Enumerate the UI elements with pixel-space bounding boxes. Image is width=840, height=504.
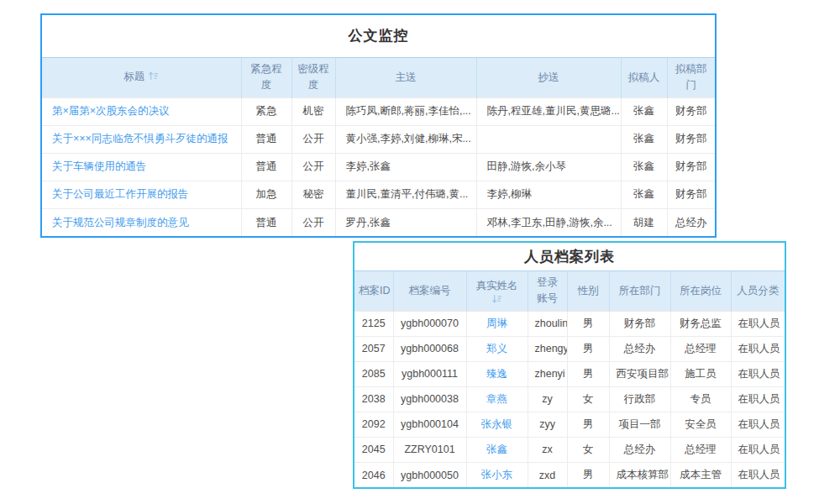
doc-cell-urgency: 加急 — [241, 181, 291, 208]
personnel-cell-category: 在职人员 — [731, 462, 785, 487]
personnel-cell-archive-id: 2046 — [354, 462, 393, 487]
personnel-table-row: 2046ygbh000050张小东zxd男成本核算部成本主管在职人员 — [354, 462, 785, 487]
personnel-cell-login-account: zy — [528, 386, 567, 412]
personnel-cell-category: 在职人员 — [731, 361, 785, 386]
doc-monitor-title: 公文监控 — [42, 15, 715, 57]
personnel-cell-login-account: zxd — [528, 462, 567, 487]
personnel-cell-gender: 男 — [567, 412, 609, 437]
doc-cell-urgency: 紧急 — [241, 97, 291, 125]
personnel-table: 档案ID 档案编号 真实姓名 登录账号 性别 所在部门 所在岗位 人员分类 21… — [354, 270, 785, 487]
personnel-cell-real-name-link[interactable]: 张小东 — [481, 469, 513, 480]
personnel-cell-category: 在职人员 — [731, 412, 785, 437]
personnel-cell-position: 财务总监 — [670, 311, 731, 336]
personnel-cell-department: 西安项目部 — [609, 361, 670, 386]
personnel-cell-real-name: 章燕 — [466, 386, 528, 412]
col-header-real-name-label: 真实姓名 — [476, 280, 518, 291]
doc-cell-draft-dept: 财务部 — [667, 153, 715, 181]
doc-cell-urgency: 普通 — [241, 208, 291, 236]
col-header-archive-no: 档案编号 — [393, 271, 466, 312]
col-header-gender: 性别 — [567, 271, 609, 312]
personnel-cell-department: 财务部 — [609, 311, 670, 336]
doc-cell-drafter: 张鑫 — [621, 97, 667, 125]
personnel-cell-position: 总经理 — [670, 437, 731, 462]
doc-cell-title: 关于×××同志临危不惧勇斗歹徒的通报 — [42, 125, 241, 153]
personnel-cell-gender: 女 — [567, 437, 609, 462]
doc-cell-title-link[interactable]: 关于公司最近工作开展的报告 — [52, 188, 189, 200]
doc-cell-draft-dept: 财务部 — [667, 125, 715, 153]
doc-monitor-panel: 公文监控 标题 紧急程度 密级程度 主送 抄送 拟稿人 拟稿部门 — [40, 13, 717, 238]
personnel-table-row: 2085ygbh000111臻逸zhenyi男西安项目部施工员在职人员 — [354, 361, 785, 386]
doc-cell-draft-dept: 财务部 — [667, 181, 715, 208]
personnel-cell-login-account: zhoulin — [528, 311, 567, 336]
personnel-cell-archive-no: ygbh000104 — [393, 412, 466, 437]
doc-cell-secrecy: 公开 — [291, 208, 335, 236]
doc-table-row: 关于车辆使用的通告普通公开李婷,张鑫田静,游恢,余小琴张鑫财务部 — [42, 153, 715, 181]
personnel-cell-category: 在职人员 — [731, 311, 785, 336]
doc-cell-main-recipients: 罗丹,张鑫 — [335, 208, 476, 236]
personnel-table-row: 2038ygbh000038章燕zy女行政部专员在职人员 — [354, 386, 785, 412]
doc-table-row: 关于规范公司规章制度的意见普通公开罗丹,张鑫邓林,李卫东,田静,游恢,余...胡… — [42, 208, 715, 236]
doc-cell-drafter: 胡建 — [621, 208, 667, 236]
personnel-cell-real-name-link[interactable]: 张永银 — [481, 418, 513, 430]
col-header-cc: 抄送 — [476, 58, 621, 98]
doc-table-row: 关于×××同志临危不惧勇斗歹徒的通报普通公开黄小强,李婷,刘健,柳琳,宋...张… — [42, 125, 715, 153]
doc-cell-cc: 邓林,李卫东,田静,游恢,余... — [476, 208, 621, 236]
personnel-cell-archive-id: 2057 — [354, 336, 393, 361]
personnel-cell-gender: 男 — [567, 361, 609, 386]
personnel-cell-archive-no: ygbh000070 — [393, 311, 466, 336]
personnel-cell-real-name-link[interactable]: 郑义 — [486, 343, 507, 354]
personnel-cell-real-name-link[interactable]: 周琳 — [486, 318, 507, 329]
personnel-cell-archive-no: ZZRY0101 — [393, 437, 466, 462]
personnel-cell-archive-no: ygbh000111 — [393, 361, 466, 386]
doc-cell-main-recipients: 李婷,张鑫 — [335, 153, 476, 181]
doc-cell-title: 关于公司最近工作开展的报告 — [42, 181, 241, 208]
doc-header-row: 标题 紧急程度 密级程度 主送 抄送 拟稿人 拟稿部门 — [42, 58, 715, 98]
doc-cell-secrecy: 机密 — [291, 97, 335, 125]
personnel-header-row: 档案ID 档案编号 真实姓名 登录账号 性别 所在部门 所在岗位 人员分类 — [354, 271, 785, 312]
doc-cell-title-link[interactable]: 第×届第×次股东会的决议 — [52, 105, 170, 117]
doc-cell-title-link[interactable]: 关于×××同志临危不惧勇斗歹徒的通报 — [52, 133, 228, 144]
personnel-cell-position: 成本主管 — [670, 462, 731, 487]
doc-cell-draft-dept: 总经办 — [667, 208, 715, 236]
doc-cell-cc — [476, 125, 621, 153]
personnel-cell-login-account: zhengyi — [528, 336, 567, 361]
personnel-cell-gender: 男 — [567, 336, 609, 361]
col-header-title[interactable]: 标题 — [42, 58, 241, 98]
personnel-cell-real-name: 周琳 — [466, 311, 528, 336]
personnel-panel: 人员档案列表 档案ID 档案编号 真实姓名 登录账号 性别 所在部门 所在岗位 — [353, 241, 786, 489]
col-header-main-recipients: 主送 — [335, 58, 476, 98]
doc-cell-cc: 陈丹,程亚雄,董川民,黄思璐... — [476, 97, 621, 125]
doc-monitor-table: 标题 紧急程度 密级程度 主送 抄送 拟稿人 拟稿部门 第×届第×次股东会的决议… — [42, 57, 715, 236]
personnel-table-row: 2057ygbh000068郑义zhengyi男总经办总经理在职人员 — [354, 336, 785, 361]
personnel-cell-department: 总经办 — [609, 336, 670, 361]
personnel-cell-position: 总经理 — [670, 336, 731, 361]
doc-cell-cc: 李婷,柳琳 — [476, 181, 621, 208]
personnel-cell-archive-no: ygbh000038 — [393, 386, 466, 412]
personnel-cell-archive-no: ygbh000068 — [393, 336, 466, 361]
personnel-cell-department: 成本核算部 — [609, 462, 670, 487]
personnel-cell-position: 施工员 — [670, 361, 731, 386]
personnel-cell-department: 项目一部 — [609, 412, 670, 437]
personnel-cell-real-name: 郑义 — [466, 336, 528, 361]
doc-cell-title: 关于规范公司规章制度的意见 — [42, 208, 241, 236]
personnel-title: 人员档案列表 — [354, 243, 785, 270]
doc-cell-urgency: 普通 — [241, 153, 291, 181]
personnel-cell-real-name-link[interactable]: 章燕 — [486, 393, 507, 405]
personnel-cell-real-name-link[interactable]: 张鑫 — [486, 444, 507, 455]
personnel-table-row: 2125ygbh000070周琳zhoulin男财务部财务总监在职人员 — [354, 311, 785, 336]
personnel-cell-archive-no: ygbh000050 — [393, 462, 466, 487]
personnel-cell-archive-id: 2038 — [354, 386, 393, 412]
personnel-cell-gender: 男 — [567, 311, 609, 336]
col-header-department: 所在部门 — [609, 271, 670, 312]
personnel-table-row: 2092ygbh000104张永银zyy男项目一部安全员在职人员 — [354, 412, 785, 437]
col-header-draft-dept: 拟稿部门 — [667, 58, 715, 98]
col-header-urgency: 紧急程度 — [241, 58, 291, 98]
col-header-real-name[interactable]: 真实姓名 — [466, 271, 528, 312]
doc-cell-title-link[interactable]: 关于规范公司规章制度的意见 — [52, 217, 189, 228]
doc-cell-title: 关于车辆使用的通告 — [42, 153, 241, 181]
doc-cell-title-link[interactable]: 关于车辆使用的通告 — [52, 160, 147, 172]
personnel-cell-archive-id: 2045 — [354, 437, 393, 462]
personnel-cell-real-name-link[interactable]: 臻逸 — [486, 368, 507, 380]
personnel-cell-real-name: 臻逸 — [466, 361, 528, 386]
personnel-cell-real-name: 张永银 — [466, 412, 528, 437]
